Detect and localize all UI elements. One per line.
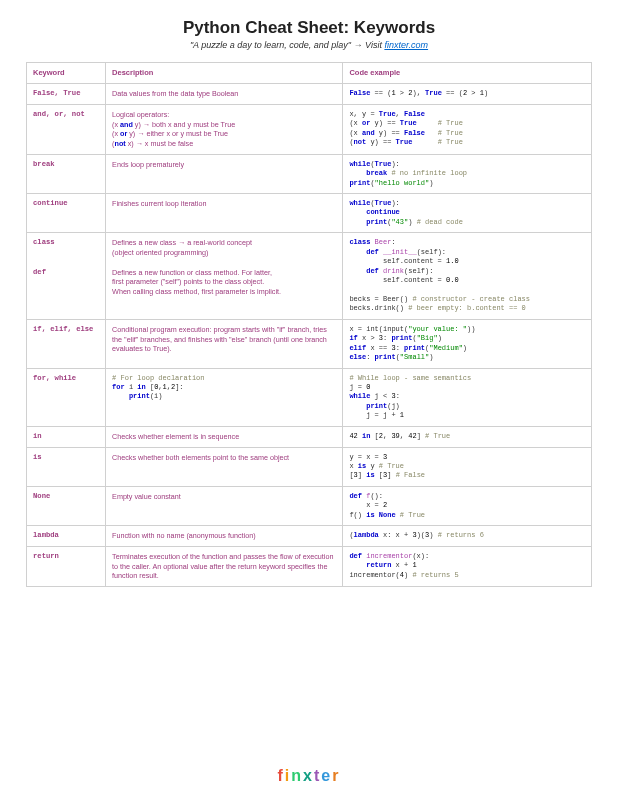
table-header-row: Keyword Description Code example — [27, 63, 592, 84]
table-row: breakEnds loop prematurelywhile(True): b… — [27, 154, 592, 193]
code-cell: def incrementor(x): return x + 1 increme… — [343, 546, 592, 586]
table-row: if, elif, elseConditional program execut… — [27, 319, 592, 368]
keyword-cell: and, or, not — [27, 104, 106, 154]
footer-letter: x — [303, 767, 314, 784]
code-cell: 42 in [2, 39, 42] # True — [343, 426, 592, 447]
header-description: Description — [106, 63, 343, 84]
description-cell: Function with no name (anonymous functio… — [106, 526, 343, 547]
description-cell: Finishes current loop iteration — [106, 194, 343, 233]
keyword-cell: in — [27, 426, 106, 447]
description-cell: Defines a new class → a real-world conce… — [106, 233, 343, 320]
keyword-cell: False, True — [27, 84, 106, 105]
code-cell: y = x = 3 x is y # True [3] is [3] # Fal… — [343, 447, 592, 486]
keywords-table: Keyword Description Code example False, … — [26, 62, 592, 587]
page-subtitle: "A puzzle a day to learn, code, and play… — [26, 40, 592, 50]
page-title: Python Cheat Sheet: Keywords — [26, 18, 592, 38]
code-cell: x, y = True, False (x or y) == True # Tr… — [343, 104, 592, 154]
header-keyword: Keyword — [27, 63, 106, 84]
code-cell: while(True): continue print("43") # dead… — [343, 194, 592, 233]
code-cell: x = int(input("your value: ")) if x > 3:… — [343, 319, 592, 368]
keyword-cell: break — [27, 154, 106, 193]
description-cell: Conditional program execution: program s… — [106, 319, 343, 368]
table-row: NoneEmpty value constantdef f(): x = 2 f… — [27, 486, 592, 525]
description-cell: Data values from the data type Boolean — [106, 84, 343, 105]
code-cell: while(True): break # no infinite loop pr… — [343, 154, 592, 193]
table-row: returnTerminates execution of the functi… — [27, 546, 592, 586]
keyword-cell: class def — [27, 233, 106, 320]
footer-letter: f — [278, 767, 285, 784]
description-cell: Checks whether element is in sequence — [106, 426, 343, 447]
keyword-cell: None — [27, 486, 106, 525]
keyword-cell: if, elif, else — [27, 319, 106, 368]
footer-logo: finxter — [0, 767, 618, 785]
code-cell: # While loop - same semantics j = 0 whil… — [343, 368, 592, 426]
keyword-cell: is — [27, 447, 106, 486]
table-row: False, TrueData values from the data typ… — [27, 84, 592, 105]
footer-letter: r — [332, 767, 340, 784]
table-row: continueFinishes current loop iterationw… — [27, 194, 592, 233]
description-cell: Checks whether both elements point to th… — [106, 447, 343, 486]
code-cell: (lambda x: x + 3)(3) # returns 6 — [343, 526, 592, 547]
footer-letter: e — [321, 767, 332, 784]
table-row: inChecks whether element is in sequence4… — [27, 426, 592, 447]
footer-letter: n — [291, 767, 303, 784]
description-cell: Ends loop prematurely — [106, 154, 343, 193]
table-row: and, or, notLogical operators:(x and y) … — [27, 104, 592, 154]
keyword-cell: lambda — [27, 526, 106, 547]
subtitle-link[interactable]: finxter.com — [384, 40, 428, 50]
keyword-cell: for, while — [27, 368, 106, 426]
description-cell: # For loop declaration for i in [0,1,2]:… — [106, 368, 343, 426]
table-row: class defDefines a new class → a real-wo… — [27, 233, 592, 320]
description-cell: Logical operators:(x and y) → both x and… — [106, 104, 343, 154]
keyword-cell: continue — [27, 194, 106, 233]
subtitle-text: "A puzzle a day to learn, code, and play… — [190, 40, 384, 50]
code-cell: class Beer: def __init__(self): self.con… — [343, 233, 592, 320]
header-code: Code example — [343, 63, 592, 84]
table-row: for, while# For loop declaration for i i… — [27, 368, 592, 426]
table-row: isChecks whether both elements point to … — [27, 447, 592, 486]
description-cell: Empty value constant — [106, 486, 343, 525]
table-row: lambdaFunction with no name (anonymous f… — [27, 526, 592, 547]
keyword-cell: return — [27, 546, 106, 586]
code-cell: def f(): x = 2 f() is None # True — [343, 486, 592, 525]
code-cell: False == (1 > 2), True == (2 > 1) — [343, 84, 592, 105]
description-cell: Terminates execution of the function and… — [106, 546, 343, 586]
